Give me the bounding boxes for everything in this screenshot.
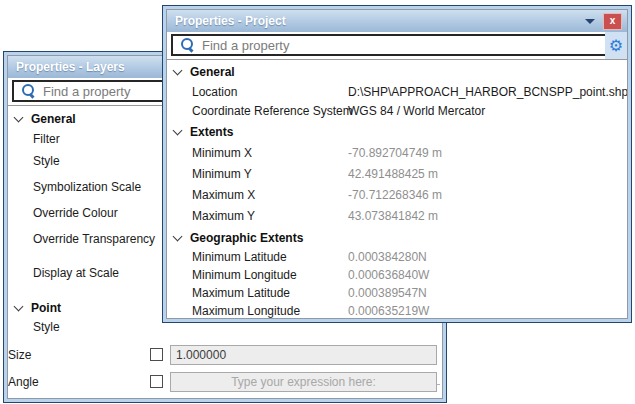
property-row-min-y[interactable]: Minimum Y 42.491488425 m: [167, 163, 627, 184]
chevron-down-icon[interactable]: [14, 302, 24, 312]
section-header-label: General: [190, 65, 235, 79]
chevron-down-icon[interactable]: [173, 66, 183, 76]
property-value: 0.000389547N: [348, 286, 427, 300]
section-header-label: Geographic Extents: [190, 231, 303, 245]
project-search-input[interactable]: [202, 36, 606, 54]
project-panel-title: Properties - Project: [175, 14, 286, 28]
section-header-label: Point: [31, 301, 61, 315]
project-search-box[interactable]: [171, 34, 608, 56]
property-row-crs[interactable]: Coordinate Reference System WGS 84 / Wor…: [167, 101, 627, 120]
project-section-extents[interactable]: Extents: [167, 122, 627, 142]
property-row-min-x[interactable]: Minimum X -70.892704749 m: [167, 142, 627, 163]
desktop-background: Properties - Layers General Filter Style: [0, 0, 635, 404]
angle-checkbox[interactable]: [150, 375, 163, 388]
project-property-list: General Location D:\SHP\APPROACH_HARBOR_…: [167, 60, 627, 319]
property-row-min-longitude[interactable]: Minimum Longitude 0.000636840W: [167, 266, 627, 284]
size-checkbox[interactable]: [150, 348, 163, 361]
project-titlebar[interactable]: Properties - Project x: [167, 10, 627, 32]
property-row-max-longitude[interactable]: Maximum Longitude 0.000635219W: [167, 302, 627, 319]
property-row-max-x[interactable]: Maximum X -70.712268346 m: [167, 184, 627, 205]
property-row-location[interactable]: Location D:\SHP\APPROACH_HARBOR_BCNSPP_p…: [167, 82, 627, 101]
chevron-down-icon[interactable]: [585, 19, 595, 24]
property-value: WGS 84 / World Mercator: [348, 104, 485, 118]
section-header-label: Extents: [190, 125, 233, 139]
size-label: Size: [8, 348, 31, 362]
chevron-down-icon[interactable]: [173, 126, 183, 136]
property-value: 0.000636840W: [348, 268, 429, 282]
gear-icon: ⚙: [609, 38, 623, 54]
property-value: D:\SHP\APPROACH_HARBOR_BCNSPP_point.shp: [348, 85, 628, 99]
property-row-min-latitude[interactable]: Minimum Latitude 0.000384280N: [167, 248, 627, 266]
layers-item-angle: Angle: [8, 372, 442, 392]
property-row-max-latitude[interactable]: Maximum Latitude 0.000389547N: [167, 284, 627, 302]
property-value: 0.000384280N: [348, 250, 427, 264]
property-value: 0.000635219W: [348, 304, 429, 318]
project-section-geographic-extents[interactable]: Geographic Extents: [167, 228, 627, 248]
close-icon[interactable]: x: [603, 13, 622, 30]
angle-expression-input[interactable]: [170, 372, 437, 392]
magnifier-icon: [180, 37, 196, 53]
magnifier-icon: [21, 83, 37, 99]
property-row-max-y[interactable]: Maximum Y 43.073841842 m: [167, 205, 627, 226]
property-value: 42.491488425 m: [348, 167, 438, 181]
chevron-down-icon[interactable]: [14, 113, 24, 123]
properties-project-panel: Properties - Project x ⚙: [162, 5, 632, 323]
layers-item-size: Size: [8, 345, 442, 365]
layers-panel-title: Properties - Layers: [16, 60, 125, 74]
property-value: -70.892704749 m: [348, 146, 442, 160]
property-value: -70.712268346 m: [348, 188, 442, 202]
project-section-general[interactable]: General: [167, 62, 627, 82]
search-settings-button[interactable]: ⚙: [605, 32, 627, 59]
property-value: 43.073841842 m: [348, 209, 438, 223]
angle-label: Angle: [8, 375, 39, 389]
size-input[interactable]: [170, 345, 437, 365]
section-header-label: General: [31, 112, 76, 126]
project-search-row: ⚙: [167, 32, 627, 60]
chevron-down-icon[interactable]: [173, 232, 183, 242]
